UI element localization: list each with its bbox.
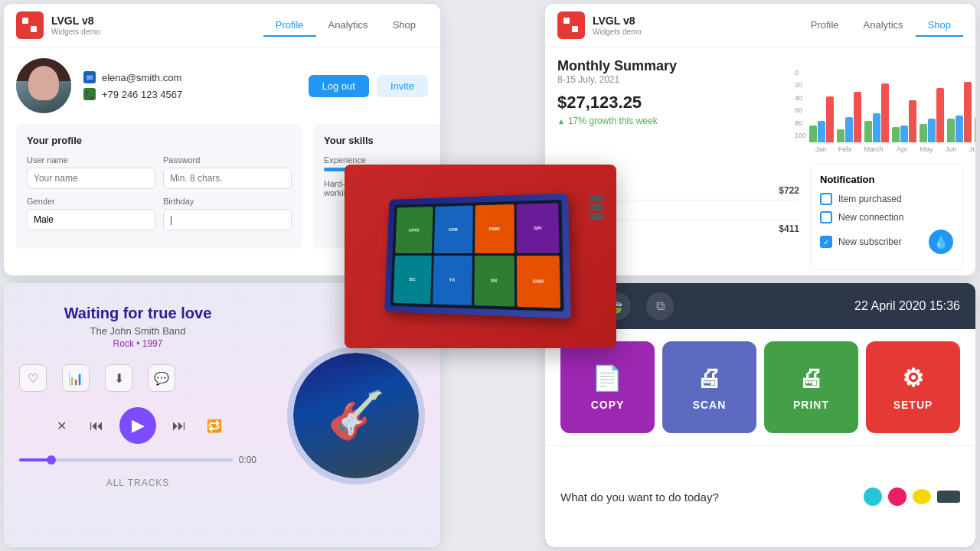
analytics-app-title-group: LVGL v8 Widgets demo: [593, 15, 642, 36]
hardware-device: GPIO USB PWR SPI I2C TX RX GND: [374, 180, 588, 333]
analytics-top: Monthly Summary 8-15 July, 2021 $27,123.…: [557, 58, 963, 153]
your-skills-title: Your skills: [324, 135, 440, 146]
port-3: [590, 214, 603, 220]
copy-button[interactable]: 📄 COPY: [560, 341, 655, 433]
next-button[interactable]: ⏭: [167, 413, 191, 438]
chart-button[interactable]: 📊: [62, 364, 90, 392]
name-password-row: User name Password: [27, 155, 292, 189]
product-price-1: $722: [779, 185, 799, 196]
app-logo: [16, 11, 44, 39]
tab-profile[interactable]: Profile: [263, 15, 316, 37]
analytics-tab-profile[interactable]: Profile: [799, 15, 851, 37]
bar-jun: [947, 82, 972, 142]
prev-button[interactable]: ⏮: [84, 413, 109, 438]
app-title-group: LVGL v8 Widgets demo: [51, 15, 100, 36]
username-input[interactable]: [27, 168, 155, 189]
notification-box: Notification Item purchased New connecti…: [810, 164, 963, 270]
your-profile-box: Your profile User name Password Gender: [16, 124, 302, 249]
print-button[interactable]: 🖨 PRINT: [764, 341, 858, 433]
analytics-header: LVGL v8 Widgets demo Profile Analytics S…: [545, 4, 975, 47]
ms-date: 8-15 July, 2021: [557, 74, 784, 85]
copy-icon-btn[interactable]: ⧉: [646, 292, 674, 320]
profile-tabs: Profile Analytics Shop: [263, 15, 428, 37]
analytics-bottom: Products Green Beans $722 Lentils Black …: [557, 164, 963, 270]
song-title: Waiting for true love: [19, 305, 256, 322]
chart-bars-container: Jan Febr March Apr May Jun July: [809, 58, 975, 153]
progress-fill: [19, 458, 51, 461]
tab-shop[interactable]: Shop: [381, 15, 428, 37]
bar-jan: [809, 96, 834, 142]
port-2: [590, 204, 603, 210]
analytics-logo: [557, 11, 585, 39]
progress-dot: [47, 455, 56, 465]
ms-growth: 17% growth this week: [557, 116, 784, 126]
heart-button[interactable]: ♡: [19, 364, 47, 392]
printer-question: What do you want to do today?: [560, 491, 719, 504]
app-subtitle: Widgets demo: [51, 28, 100, 36]
copy-icon: 📄: [592, 364, 623, 393]
bars-group: [809, 58, 975, 142]
logout-button[interactable]: Log out: [309, 75, 369, 97]
avatar: [16, 58, 71, 113]
water-drop-icon[interactable]: 💧: [929, 230, 953, 254]
scan-label: SCAN: [693, 399, 727, 411]
email-icon: ✉: [83, 71, 96, 83]
contact-info: ✉ elena@smith.com 📞 +79 246 123 4567: [83, 71, 182, 100]
scan-button[interactable]: 🖨 SCAN: [662, 341, 756, 433]
panel-header: LVGL v8 Widgets demo Profile Analytics S…: [4, 4, 440, 47]
artist-name: The John Smith Band: [19, 325, 256, 337]
notification-title: Notification: [820, 174, 953, 185]
product-price-3: $411: [779, 223, 799, 234]
genre-year: Rock • 1997: [19, 338, 256, 349]
dot-dark: [937, 491, 960, 503]
music-progress: 0:00: [19, 455, 256, 465]
play-button[interactable]: ▶: [119, 407, 156, 444]
bar-may: [920, 88, 944, 142]
gender-label: Gender: [27, 197, 155, 206]
album-art-inner: 🎸: [293, 353, 419, 478]
bar-march: [864, 83, 889, 142]
ms-amount: $27,123.25: [557, 93, 784, 112]
phone-row: 📞 +79 246 123 4567: [83, 88, 182, 100]
dot-yellow: [913, 489, 931, 504]
all-tracks-label[interactable]: ALL TRACKS: [19, 478, 256, 488]
password-input[interactable]: [163, 168, 292, 189]
printer-dots: [864, 487, 960, 506]
download-button[interactable]: ⬇: [105, 364, 132, 392]
checkbox-purchased[interactable]: [820, 193, 832, 205]
birthday-input[interactable]: [163, 209, 292, 230]
notif-item-subscriber: New subscriber 💧: [820, 230, 953, 254]
checkbox-subscriber[interactable]: [820, 236, 832, 248]
bar-july: [975, 86, 975, 142]
invite-button[interactable]: Invite: [377, 75, 428, 97]
setup-label: SETUP: [893, 399, 933, 411]
gender-select[interactable]: Male Female Other: [27, 209, 155, 230]
print-icon: 🖨: [799, 364, 824, 393]
chart-y-axis: 100 80 60 40 20 0: [795, 69, 806, 153]
bar-febr: [837, 92, 861, 142]
setup-button[interactable]: ⚙ SETUP: [866, 341, 960, 433]
analytics-tab-shop[interactable]: Shop: [916, 15, 963, 37]
music-controls: ✕ ⏮ ▶ ⏭ 🔁: [19, 407, 256, 444]
bar-chart-inner: 100 80 60 40 20 0: [795, 58, 963, 153]
phone-icon: 📞: [83, 88, 96, 100]
repeat-button[interactable]: 🔁: [202, 413, 227, 438]
birthday-label: Birthday: [163, 197, 292, 206]
ms-title: Monthly Summary: [557, 58, 784, 74]
dot-pink: [888, 487, 906, 506]
print-label: PRINT: [793, 399, 829, 411]
shuffle-button[interactable]: ✕: [49, 413, 74, 438]
checkbox-connection[interactable]: [820, 211, 832, 223]
device-body: GPIO USB PWR SPI I2C TX RX GND: [384, 194, 571, 319]
printer-footer: What do you want to do today?: [545, 445, 975, 547]
progress-track[interactable]: [19, 458, 233, 461]
monthly-summary: Monthly Summary 8-15 July, 2021 $27,123.…: [557, 58, 784, 153]
dot-teal: [864, 487, 882, 506]
chat-button[interactable]: 💬: [148, 364, 175, 392]
username-label: User name: [27, 155, 155, 165]
analytics-tabs: Profile Analytics Shop: [799, 15, 963, 37]
analytics-tab-analytics[interactable]: Analytics: [851, 15, 916, 37]
notif-label-subscriber: New subscriber: [838, 236, 902, 247]
setup-icon: ⚙: [902, 364, 925, 393]
tab-analytics[interactable]: Analytics: [316, 15, 381, 37]
